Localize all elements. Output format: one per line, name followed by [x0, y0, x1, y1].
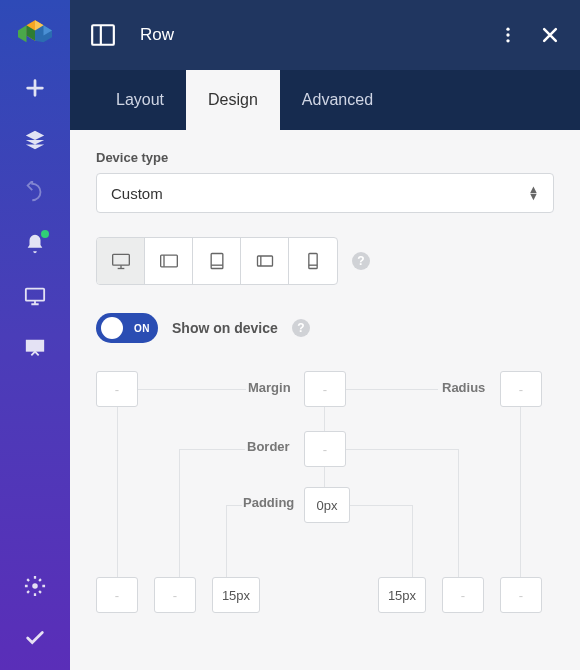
radius-top-right-input[interactable]	[500, 371, 542, 407]
svg-point-8	[32, 583, 38, 589]
tab-design[interactable]: Design	[186, 70, 280, 130]
padding-top-input[interactable]	[304, 487, 350, 523]
select-arrows-icon: ▲▼	[528, 186, 539, 200]
margin-top-input[interactable]	[304, 371, 346, 407]
show-on-device-label: Show on device	[172, 320, 278, 336]
svg-point-11	[506, 28, 509, 31]
device-type-label: Device type	[96, 150, 554, 165]
row-element-icon	[90, 22, 116, 48]
box-model-editor: Margin Radius Border Padding	[96, 371, 554, 611]
desktop-icon[interactable]	[23, 284, 47, 308]
svg-rect-21	[257, 256, 272, 266]
svg-rect-19	[211, 254, 223, 269]
device-mobile-portrait-button[interactable]	[289, 238, 337, 284]
radius-label: Radius	[442, 380, 485, 395]
tab-advanced[interactable]: Advanced	[280, 70, 395, 130]
toggle-state: ON	[134, 323, 150, 334]
device-mobile-landscape-button[interactable]	[241, 238, 289, 284]
svg-rect-23	[309, 254, 317, 269]
device-type-value: Custom	[111, 185, 163, 202]
close-icon[interactable]	[540, 25, 560, 45]
undo-icon[interactable]	[23, 180, 47, 204]
element-title: Row	[140, 25, 498, 45]
svg-rect-14	[112, 254, 129, 265]
border-label: Border	[247, 439, 290, 454]
device-desktop-button[interactable]	[97, 238, 145, 284]
presentation-icon[interactable]	[23, 336, 47, 360]
layers-icon[interactable]	[23, 128, 47, 152]
svg-point-12	[506, 33, 509, 36]
radius-bottom-left-input[interactable]	[154, 577, 196, 613]
help-icon[interactable]: ?	[352, 252, 370, 270]
margin-left-input[interactable]	[96, 371, 138, 407]
device-tablet-portrait-button[interactable]	[193, 238, 241, 284]
device-button-group	[96, 237, 338, 285]
padding-left-input[interactable]	[212, 577, 260, 613]
svg-rect-6	[26, 289, 44, 301]
notifications-icon[interactable]	[23, 232, 47, 256]
padding-label: Padding	[243, 495, 294, 510]
device-tablet-landscape-button[interactable]	[145, 238, 193, 284]
svg-point-13	[506, 39, 509, 42]
add-icon[interactable]	[23, 76, 47, 100]
svg-rect-17	[160, 255, 177, 267]
border-top-input[interactable]	[304, 431, 346, 467]
margin-bottom-input[interactable]	[96, 577, 138, 613]
device-type-select[interactable]: Custom ▲▼	[96, 173, 554, 213]
toggle-knob	[101, 317, 123, 339]
svg-marker-2	[18, 25, 27, 42]
svg-rect-9	[92, 25, 114, 45]
tab-layout[interactable]: Layout	[94, 70, 186, 130]
app-logo	[18, 18, 52, 48]
padding-right-input[interactable]	[378, 577, 426, 613]
more-icon[interactable]	[498, 25, 518, 45]
radius-bottom-right-input[interactable]	[500, 577, 542, 613]
margin-right-input[interactable]	[442, 577, 484, 613]
svg-rect-7	[26, 340, 44, 352]
show-on-device-toggle[interactable]: ON	[96, 313, 158, 343]
settings-icon[interactable]	[23, 574, 47, 598]
help-icon[interactable]: ?	[292, 319, 310, 337]
confirm-icon[interactable]	[23, 626, 47, 650]
margin-label: Margin	[248, 380, 291, 395]
